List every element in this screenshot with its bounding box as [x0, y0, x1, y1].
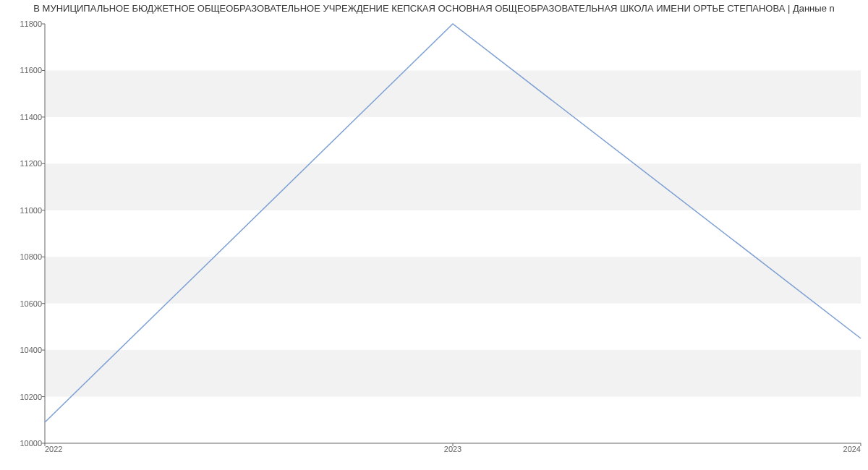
x-tick-label: 2023 [444, 445, 461, 453]
y-tick-label: 10400 [20, 346, 42, 354]
x-tick-label: 2022 [45, 445, 62, 453]
y-tick-label: 10000 [20, 439, 42, 448]
y-tick-label: 10200 [20, 393, 42, 401]
chart-title: В МУНИЦИПАЛЬНОЕ БЮДЖЕТНОЕ ОБЩЕОБРАЗОВАТЕ… [0, 3, 868, 14]
y-tick-label: 11800 [20, 20, 42, 28]
svg-rect-1 [45, 257, 861, 303]
chart-container: В МУНИЦИПАЛЬНОЕ БЮДЖЕТНОЕ ОБЩЕОБРАЗОВАТЕ… [0, 0, 868, 470]
svg-rect-0 [45, 350, 861, 396]
y-tick-label: 10800 [20, 252, 42, 261]
y-tick-label: 11600 [20, 66, 42, 74]
y-tick-label: 11000 [20, 206, 42, 215]
x-tick-label: 2024 [843, 445, 861, 453]
y-tick-label: 10600 [20, 299, 42, 308]
chart-plot [45, 24, 861, 443]
svg-rect-3 [45, 70, 861, 116]
y-tick-label: 11400 [20, 113, 42, 121]
y-tick-label: 11200 [20, 159, 42, 168]
svg-rect-2 [45, 163, 861, 210]
